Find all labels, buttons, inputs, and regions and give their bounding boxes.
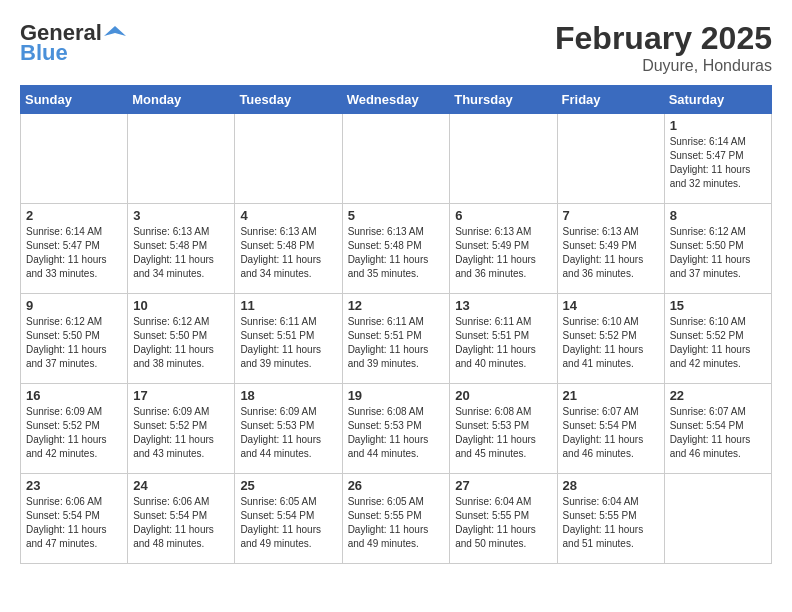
- calendar-week-row: 9Sunrise: 6:12 AM Sunset: 5:50 PM Daylig…: [21, 294, 772, 384]
- day-number: 5: [348, 208, 445, 223]
- weekday-header: Friday: [557, 86, 664, 114]
- day-info: Sunrise: 6:09 AM Sunset: 5:52 PM Dayligh…: [133, 405, 229, 461]
- day-number: 8: [670, 208, 766, 223]
- logo-blue-text: Blue: [20, 40, 68, 66]
- calendar-cell: 10Sunrise: 6:12 AM Sunset: 5:50 PM Dayli…: [128, 294, 235, 384]
- day-info: Sunrise: 6:14 AM Sunset: 5:47 PM Dayligh…: [670, 135, 766, 191]
- svg-marker-0: [104, 26, 126, 36]
- calendar-cell: 3Sunrise: 6:13 AM Sunset: 5:48 PM Daylig…: [128, 204, 235, 294]
- calendar-cell: [664, 474, 771, 564]
- day-number: 14: [563, 298, 659, 313]
- day-info: Sunrise: 6:05 AM Sunset: 5:54 PM Dayligh…: [240, 495, 336, 551]
- weekday-header: Tuesday: [235, 86, 342, 114]
- calendar-cell: [235, 114, 342, 204]
- day-info: Sunrise: 6:06 AM Sunset: 5:54 PM Dayligh…: [26, 495, 122, 551]
- calendar-cell: 13Sunrise: 6:11 AM Sunset: 5:51 PM Dayli…: [450, 294, 557, 384]
- calendar-week-row: 16Sunrise: 6:09 AM Sunset: 5:52 PM Dayli…: [21, 384, 772, 474]
- calendar-cell: [450, 114, 557, 204]
- day-info: Sunrise: 6:11 AM Sunset: 5:51 PM Dayligh…: [455, 315, 551, 371]
- day-info: Sunrise: 6:11 AM Sunset: 5:51 PM Dayligh…: [240, 315, 336, 371]
- day-info: Sunrise: 6:13 AM Sunset: 5:48 PM Dayligh…: [133, 225, 229, 281]
- day-number: 23: [26, 478, 122, 493]
- day-number: 1: [670, 118, 766, 133]
- day-number: 12: [348, 298, 445, 313]
- day-info: Sunrise: 6:09 AM Sunset: 5:53 PM Dayligh…: [240, 405, 336, 461]
- day-info: Sunrise: 6:09 AM Sunset: 5:52 PM Dayligh…: [26, 405, 122, 461]
- calendar-cell: 22Sunrise: 6:07 AM Sunset: 5:54 PM Dayli…: [664, 384, 771, 474]
- weekday-header: Sunday: [21, 86, 128, 114]
- calendar-cell: [557, 114, 664, 204]
- day-number: 24: [133, 478, 229, 493]
- day-number: 17: [133, 388, 229, 403]
- day-info: Sunrise: 6:13 AM Sunset: 5:48 PM Dayligh…: [240, 225, 336, 281]
- day-info: Sunrise: 6:12 AM Sunset: 5:50 PM Dayligh…: [133, 315, 229, 371]
- calendar-title-area: February 2025 Duyure, Honduras: [555, 20, 772, 75]
- day-number: 28: [563, 478, 659, 493]
- day-info: Sunrise: 6:07 AM Sunset: 5:54 PM Dayligh…: [670, 405, 766, 461]
- day-number: 25: [240, 478, 336, 493]
- page-header: General Blue February 2025 Duyure, Hondu…: [20, 20, 772, 75]
- day-info: Sunrise: 6:14 AM Sunset: 5:47 PM Dayligh…: [26, 225, 122, 281]
- day-number: 19: [348, 388, 445, 403]
- calendar-cell: 21Sunrise: 6:07 AM Sunset: 5:54 PM Dayli…: [557, 384, 664, 474]
- day-number: 6: [455, 208, 551, 223]
- calendar-cell: 9Sunrise: 6:12 AM Sunset: 5:50 PM Daylig…: [21, 294, 128, 384]
- day-info: Sunrise: 6:08 AM Sunset: 5:53 PM Dayligh…: [455, 405, 551, 461]
- day-info: Sunrise: 6:04 AM Sunset: 5:55 PM Dayligh…: [455, 495, 551, 551]
- calendar-cell: [21, 114, 128, 204]
- day-info: Sunrise: 6:08 AM Sunset: 5:53 PM Dayligh…: [348, 405, 445, 461]
- day-info: Sunrise: 6:13 AM Sunset: 5:48 PM Dayligh…: [348, 225, 445, 281]
- calendar-cell: 1Sunrise: 6:14 AM Sunset: 5:47 PM Daylig…: [664, 114, 771, 204]
- calendar-cell: 5Sunrise: 6:13 AM Sunset: 5:48 PM Daylig…: [342, 204, 450, 294]
- day-number: 13: [455, 298, 551, 313]
- calendar-week-row: 23Sunrise: 6:06 AM Sunset: 5:54 PM Dayli…: [21, 474, 772, 564]
- day-number: 26: [348, 478, 445, 493]
- day-info: Sunrise: 6:12 AM Sunset: 5:50 PM Dayligh…: [670, 225, 766, 281]
- day-info: Sunrise: 6:04 AM Sunset: 5:55 PM Dayligh…: [563, 495, 659, 551]
- calendar-cell: 16Sunrise: 6:09 AM Sunset: 5:52 PM Dayli…: [21, 384, 128, 474]
- calendar-cell: 23Sunrise: 6:06 AM Sunset: 5:54 PM Dayli…: [21, 474, 128, 564]
- day-number: 27: [455, 478, 551, 493]
- logo: General Blue: [20, 20, 126, 66]
- calendar-cell: 14Sunrise: 6:10 AM Sunset: 5:52 PM Dayli…: [557, 294, 664, 384]
- calendar-cell: 20Sunrise: 6:08 AM Sunset: 5:53 PM Dayli…: [450, 384, 557, 474]
- calendar-header-row: SundayMondayTuesdayWednesdayThursdayFrid…: [21, 86, 772, 114]
- calendar-week-row: 2Sunrise: 6:14 AM Sunset: 5:47 PM Daylig…: [21, 204, 772, 294]
- day-number: 4: [240, 208, 336, 223]
- day-number: 20: [455, 388, 551, 403]
- weekday-header: Saturday: [664, 86, 771, 114]
- day-number: 21: [563, 388, 659, 403]
- day-info: Sunrise: 6:05 AM Sunset: 5:55 PM Dayligh…: [348, 495, 445, 551]
- calendar-cell: 6Sunrise: 6:13 AM Sunset: 5:49 PM Daylig…: [450, 204, 557, 294]
- day-info: Sunrise: 6:13 AM Sunset: 5:49 PM Dayligh…: [455, 225, 551, 281]
- day-info: Sunrise: 6:07 AM Sunset: 5:54 PM Dayligh…: [563, 405, 659, 461]
- calendar-cell: 15Sunrise: 6:10 AM Sunset: 5:52 PM Dayli…: [664, 294, 771, 384]
- calendar-cell: 24Sunrise: 6:06 AM Sunset: 5:54 PM Dayli…: [128, 474, 235, 564]
- calendar-cell: 26Sunrise: 6:05 AM Sunset: 5:55 PM Dayli…: [342, 474, 450, 564]
- calendar-cell: 25Sunrise: 6:05 AM Sunset: 5:54 PM Dayli…: [235, 474, 342, 564]
- calendar-cell: 2Sunrise: 6:14 AM Sunset: 5:47 PM Daylig…: [21, 204, 128, 294]
- calendar-cell: 11Sunrise: 6:11 AM Sunset: 5:51 PM Dayli…: [235, 294, 342, 384]
- day-number: 7: [563, 208, 659, 223]
- calendar-title: February 2025: [555, 20, 772, 57]
- weekday-header: Thursday: [450, 86, 557, 114]
- logo-bird-icon: [104, 22, 126, 44]
- calendar-cell: 17Sunrise: 6:09 AM Sunset: 5:52 PM Dayli…: [128, 384, 235, 474]
- calendar-week-row: 1Sunrise: 6:14 AM Sunset: 5:47 PM Daylig…: [21, 114, 772, 204]
- calendar-cell: 27Sunrise: 6:04 AM Sunset: 5:55 PM Dayli…: [450, 474, 557, 564]
- day-number: 11: [240, 298, 336, 313]
- day-number: 15: [670, 298, 766, 313]
- day-number: 2: [26, 208, 122, 223]
- calendar-cell: [128, 114, 235, 204]
- calendar-cell: 4Sunrise: 6:13 AM Sunset: 5:48 PM Daylig…: [235, 204, 342, 294]
- day-number: 9: [26, 298, 122, 313]
- weekday-header: Monday: [128, 86, 235, 114]
- day-info: Sunrise: 6:11 AM Sunset: 5:51 PM Dayligh…: [348, 315, 445, 371]
- day-number: 10: [133, 298, 229, 313]
- calendar-subtitle: Duyure, Honduras: [555, 57, 772, 75]
- day-number: 18: [240, 388, 336, 403]
- weekday-header: Wednesday: [342, 86, 450, 114]
- calendar-cell: 28Sunrise: 6:04 AM Sunset: 5:55 PM Dayli…: [557, 474, 664, 564]
- calendar-table: SundayMondayTuesdayWednesdayThursdayFrid…: [20, 85, 772, 564]
- day-info: Sunrise: 6:10 AM Sunset: 5:52 PM Dayligh…: [563, 315, 659, 371]
